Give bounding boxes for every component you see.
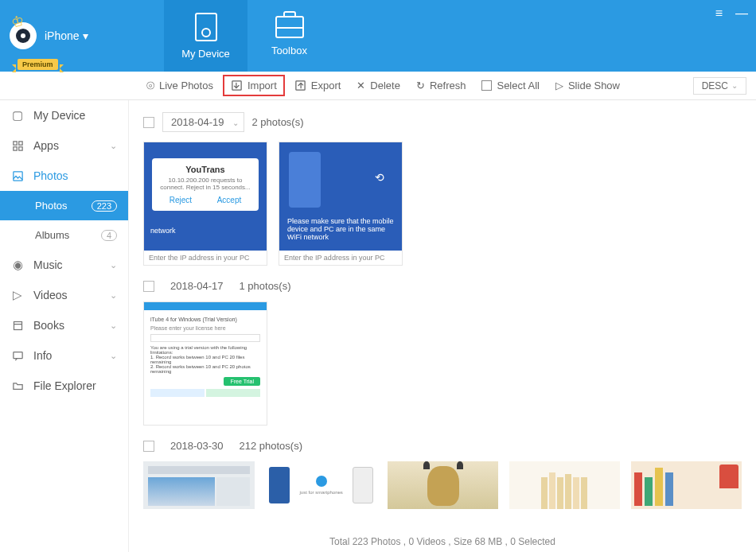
image-icon <box>11 169 24 182</box>
live-photos-button[interactable]: ⦾ Live Photos <box>146 80 213 92</box>
refresh-button[interactable]: ↻ Refresh <box>416 80 466 91</box>
sidebar-item-file-explorer[interactable]: File Explorer <box>0 371 128 401</box>
sort-dropdown[interactable]: DESC ⌄ <box>693 77 746 95</box>
toolbox-icon <box>275 16 304 38</box>
status-bar: Total 223 Photos , 0 Videos , Size 68 MB… <box>129 533 756 552</box>
minimize-icon[interactable]: — <box>735 6 748 21</box>
book-icon <box>11 319 24 332</box>
photo-thumbnail[interactable] <box>509 461 620 509</box>
svg-rect-5 <box>18 146 21 150</box>
sidebar-item-label: Books <box>33 319 64 332</box>
chevron-down-icon: ⌄ <box>731 81 738 90</box>
photo-count: 1 photos(s) <box>240 280 291 292</box>
svg-rect-7 <box>14 321 21 329</box>
tab-my-device[interactable]: My Device <box>164 0 247 72</box>
date-group: 2018-04-19 ⌄ 2 photos(s) YouTrans 10.10.… <box>143 112 742 266</box>
date-group: 2018-04-17 1 photos(s) iTube 4 for Windo… <box>143 280 742 426</box>
sidebar-item-label: File Explorer <box>33 379 96 392</box>
export-icon <box>294 80 306 91</box>
sidebar-sub-photos[interactable]: Photos 223 <box>0 191 128 220</box>
premium-badge: Premium <box>18 59 58 70</box>
svg-rect-3 <box>18 141 21 144</box>
tab-label: Toolbox <box>271 45 307 56</box>
date-dropdown[interactable]: 2018-04-19 ⌄ <box>162 112 244 132</box>
date-header: 2018-04-17 1 photos(s) <box>143 280 742 292</box>
refresh-icon: ↻ <box>416 80 425 91</box>
sidebar-item-label: Photos <box>35 200 67 212</box>
device-icon: ▢ <box>11 109 24 122</box>
sidebar-item-books[interactable]: Books ⌄ <box>0 310 128 340</box>
photo-thumbnail[interactable]: iTube 4 for Windows (Trial Version) Plea… <box>143 301 267 426</box>
photo-count: 2 photos(s) <box>252 116 304 128</box>
sidebar-item-my-device[interactable]: ▢ My Device <box>0 100 128 130</box>
content-area: 2018-04-19 ⌄ 2 photos(s) YouTrans 10.10.… <box>129 100 756 552</box>
delete-icon: ✕ <box>357 80 365 91</box>
wifi-icon: ⟲ <box>375 171 384 184</box>
app-logo: ♔ Premium <box>10 22 37 49</box>
sidebar-item-label: Info <box>33 349 52 362</box>
tab-toolbox[interactable]: Toolbox <box>247 0 331 72</box>
device-name: iPhone <box>45 29 80 42</box>
photo-count: 212 photos(s) <box>240 440 303 452</box>
photo-thumbnail[interactable] <box>388 461 498 509</box>
date-header: 2018-03-30 212 photos(s) <box>143 440 742 452</box>
svg-rect-2 <box>13 141 16 144</box>
nav-tabs: My Device Toolbox <box>164 0 331 72</box>
import-button[interactable]: Import <box>223 75 285 96</box>
sidebar-item-apps[interactable]: Apps ⌄ <box>0 130 128 161</box>
date-group: 2018-03-30 212 photos(s) just for smartp… <box>143 440 742 509</box>
sidebar: ▢ My Device Apps ⌄ Photos Photos 223 Alb… <box>0 100 129 552</box>
device-icon <box>195 13 217 41</box>
grid-icon <box>11 139 24 152</box>
device-dropdown[interactable]: iPhone ▾ <box>45 29 88 42</box>
count-badge: 4 <box>101 230 117 241</box>
chevron-down-icon: ⌄ <box>110 141 117 151</box>
date-label: 2018-04-17 <box>162 280 232 292</box>
date-header: 2018-04-19 ⌄ 2 photos(s) <box>143 112 742 132</box>
group-checkbox[interactable] <box>143 117 154 128</box>
count-badge: 223 <box>92 200 117 212</box>
photo-thumbnail[interactable]: ⟲ Please make sure that the mobile devic… <box>279 142 403 266</box>
toolbar: ⦾ Live Photos Import Export ✕ Delete ↻ R… <box>0 72 756 100</box>
app-header: ♔ Premium iPhone ▾ My Device Toolbox ≡ — <box>0 0 756 72</box>
photo-thumbnail[interactable]: YouTrans 10.10.200.200 requests to conne… <box>143 142 267 266</box>
sidebar-item-music[interactable]: ◉ Music ⌄ <box>0 250 128 280</box>
photo-thumbnail[interactable] <box>631 461 742 509</box>
sidebar-item-label: Albums <box>35 229 69 241</box>
delete-button[interactable]: ✕ Delete <box>357 80 400 91</box>
slide-show-button[interactable]: ▷ Slide Show <box>555 80 620 91</box>
window-controls: ≡ — <box>715 6 748 21</box>
tab-label: My Device <box>181 48 230 60</box>
checkbox-icon <box>481 80 492 91</box>
photo-thumbnail[interactable] <box>143 461 255 509</box>
sidebar-item-label: Music <box>33 259 63 271</box>
group-checkbox[interactable] <box>143 281 154 292</box>
chevron-down-icon: ⌄ <box>110 321 117 331</box>
svg-rect-9 <box>13 352 21 358</box>
menu-icon[interactable]: ≡ <box>715 6 723 21</box>
sidebar-sub-albums[interactable]: Albums 4 <box>0 220 128 250</box>
sidebar-item-photos[interactable]: Photos <box>0 161 128 191</box>
group-checkbox[interactable] <box>143 441 154 452</box>
export-button[interactable]: Export <box>294 80 341 91</box>
import-icon <box>231 80 243 91</box>
sidebar-item-info[interactable]: Info ⌄ <box>0 340 128 371</box>
photo-thumbnail[interactable]: just for smartphones <box>266 461 376 509</box>
chevron-down-icon: ▾ <box>83 29 88 42</box>
select-all-button[interactable]: Select All <box>481 80 539 91</box>
svg-rect-4 <box>13 146 16 150</box>
folder-icon <box>11 379 24 392</box>
chevron-down-icon: ⌄ <box>110 290 117 301</box>
live-photos-icon: ⦾ <box>146 80 154 92</box>
sidebar-item-label: Photos <box>33 169 68 182</box>
chat-icon <box>11 349 24 362</box>
date-label: 2018-03-30 <box>162 440 232 452</box>
chevron-down-icon: ⌄ <box>110 260 117 270</box>
chevron-down-icon: ⌄ <box>232 118 239 126</box>
sidebar-item-videos[interactable]: ▷ Videos ⌄ <box>0 280 128 310</box>
logo-area: ♔ Premium iPhone ▾ <box>0 22 129 49</box>
sidebar-item-label: Videos <box>33 289 68 301</box>
chevron-down-icon: ⌄ <box>110 351 117 361</box>
play-icon: ▷ <box>555 80 563 91</box>
play-icon: ▷ <box>11 289 24 301</box>
